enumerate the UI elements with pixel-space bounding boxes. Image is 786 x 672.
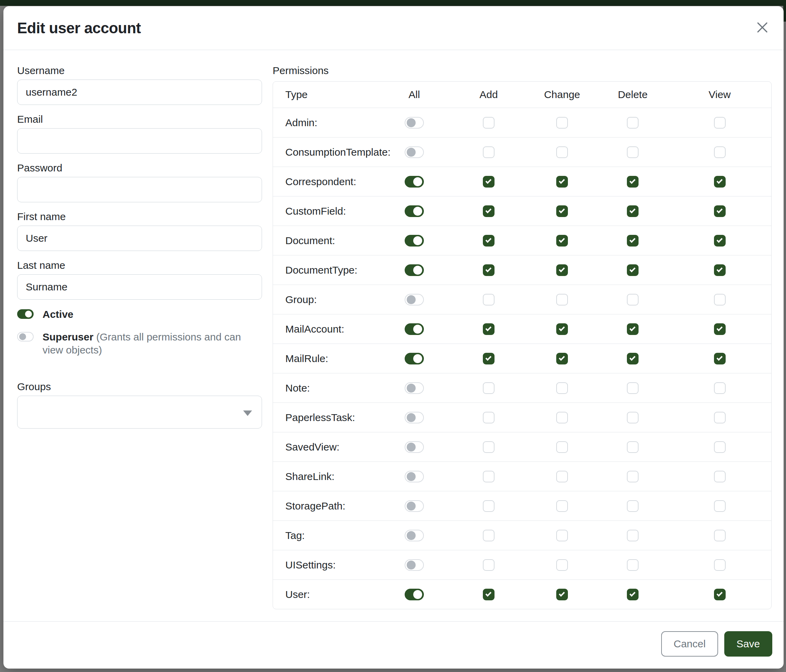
view-checkbox[interactable] <box>714 559 726 571</box>
all-toggle[interactable] <box>405 294 424 306</box>
change-checkbox[interactable] <box>556 382 568 394</box>
change-checkbox[interactable] <box>556 206 568 217</box>
first-name-input[interactable] <box>17 226 262 251</box>
view-checkbox[interactable] <box>714 589 726 600</box>
add-checkbox[interactable] <box>483 589 495 600</box>
change-checkbox[interactable] <box>556 500 568 512</box>
delete-checkbox[interactable] <box>627 441 638 453</box>
save-button[interactable]: Save <box>724 631 772 656</box>
all-toggle[interactable] <box>405 206 424 217</box>
add-checkbox[interactable] <box>483 206 495 217</box>
change-checkbox[interactable] <box>556 530 568 542</box>
all-toggle[interactable] <box>405 382 424 394</box>
add-checkbox[interactable] <box>483 559 495 571</box>
all-toggle[interactable] <box>405 117 424 129</box>
view-checkbox[interactable] <box>714 500 726 512</box>
delete-checkbox[interactable] <box>627 146 638 158</box>
delete-checkbox[interactable] <box>627 471 638 482</box>
change-checkbox[interactable] <box>556 264 568 276</box>
delete-checkbox[interactable] <box>627 264 638 276</box>
all-toggle[interactable] <box>405 559 424 571</box>
view-checkbox[interactable] <box>714 176 726 188</box>
add-checkbox[interactable] <box>483 176 495 188</box>
view-checkbox[interactable] <box>714 412 726 424</box>
all-toggle[interactable] <box>405 500 424 512</box>
view-checkbox[interactable] <box>714 235 726 247</box>
all-toggle[interactable] <box>405 441 424 453</box>
add-checkbox[interactable] <box>483 117 495 129</box>
all-toggle[interactable] <box>405 412 424 424</box>
delete-checkbox[interactable] <box>627 589 638 600</box>
change-checkbox[interactable] <box>556 441 568 453</box>
add-checkbox[interactable] <box>483 235 495 247</box>
view-checkbox[interactable] <box>714 382 726 394</box>
add-checkbox[interactable] <box>483 323 495 335</box>
add-checkbox[interactable] <box>483 353 495 364</box>
password-input[interactable] <box>17 177 262 202</box>
view-checkbox[interactable] <box>714 206 726 217</box>
all-toggle[interactable] <box>405 235 424 247</box>
change-checkbox[interactable] <box>556 471 568 482</box>
delete-checkbox[interactable] <box>627 235 638 247</box>
superuser-toggle[interactable] <box>17 332 34 341</box>
active-row: Active <box>17 308 262 321</box>
username-input[interactable] <box>17 80 262 105</box>
add-checkbox[interactable] <box>483 294 495 306</box>
cancel-button[interactable]: Cancel <box>661 631 718 656</box>
all-toggle[interactable] <box>405 176 424 188</box>
groups-select[interactable] <box>17 396 262 429</box>
view-checkbox[interactable] <box>714 353 726 364</box>
all-toggle[interactable] <box>405 264 424 276</box>
delete-checkbox[interactable] <box>627 323 638 335</box>
change-checkbox[interactable] <box>556 117 568 129</box>
delete-checkbox[interactable] <box>627 206 638 217</box>
add-checkbox[interactable] <box>483 530 495 542</box>
delete-checkbox[interactable] <box>627 412 638 424</box>
modal-body: Username Email Password First name Last … <box>3 50 784 621</box>
change-checkbox[interactable] <box>556 412 568 424</box>
check-icon <box>629 178 635 184</box>
close-button[interactable] <box>754 20 770 36</box>
change-checkbox[interactable] <box>556 235 568 247</box>
check-icon <box>559 178 565 184</box>
add-checkbox[interactable] <box>483 412 495 424</box>
view-checkbox[interactable] <box>714 117 726 129</box>
view-checkbox[interactable] <box>714 294 726 306</box>
email-input[interactable] <box>17 128 262 154</box>
delete-checkbox[interactable] <box>627 500 638 512</box>
delete-checkbox[interactable] <box>627 117 638 129</box>
delete-checkbox[interactable] <box>627 294 638 306</box>
all-toggle[interactable] <box>405 323 424 335</box>
add-checkbox[interactable] <box>483 382 495 394</box>
delete-checkbox[interactable] <box>627 530 638 542</box>
add-checkbox[interactable] <box>483 146 495 158</box>
view-checkbox[interactable] <box>714 471 726 482</box>
change-checkbox[interactable] <box>556 353 568 364</box>
change-checkbox[interactable] <box>556 589 568 600</box>
delete-checkbox[interactable] <box>627 382 638 394</box>
add-checkbox[interactable] <box>483 500 495 512</box>
active-toggle[interactable] <box>17 309 34 319</box>
last-name-input[interactable] <box>17 274 262 300</box>
view-checkbox[interactable] <box>714 146 726 158</box>
view-checkbox[interactable] <box>714 264 726 276</box>
view-checkbox[interactable] <box>714 323 726 335</box>
change-checkbox[interactable] <box>556 559 568 571</box>
add-checkbox[interactable] <box>483 471 495 482</box>
delete-checkbox[interactable] <box>627 353 638 364</box>
all-toggle[interactable] <box>405 146 424 158</box>
change-checkbox[interactable] <box>556 323 568 335</box>
all-toggle[interactable] <box>405 589 424 600</box>
view-checkbox[interactable] <box>714 441 726 453</box>
view-checkbox[interactable] <box>714 530 726 542</box>
change-checkbox[interactable] <box>556 176 568 188</box>
change-checkbox[interactable] <box>556 294 568 306</box>
change-checkbox[interactable] <box>556 146 568 158</box>
delete-checkbox[interactable] <box>627 559 638 571</box>
all-toggle[interactable] <box>405 530 424 542</box>
add-checkbox[interactable] <box>483 441 495 453</box>
delete-checkbox[interactable] <box>627 176 638 188</box>
all-toggle[interactable] <box>405 353 424 364</box>
all-toggle[interactable] <box>405 471 424 482</box>
add-checkbox[interactable] <box>483 264 495 276</box>
